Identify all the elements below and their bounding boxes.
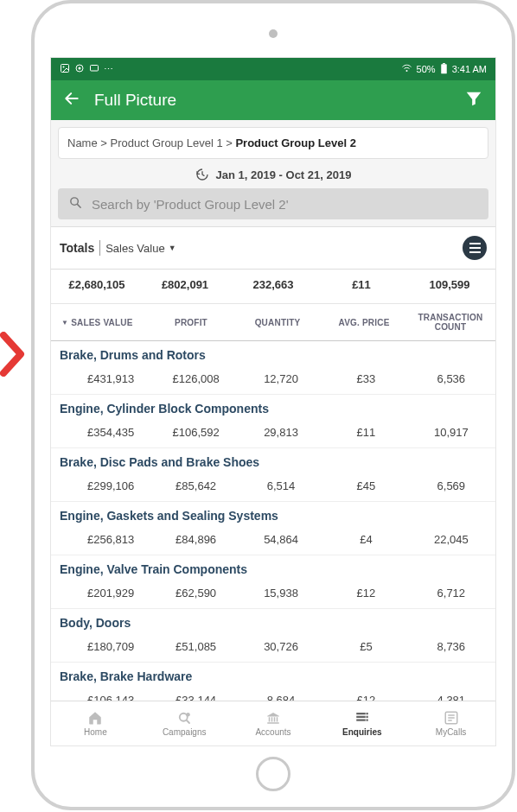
cell-quantity: 15,938 [239,587,323,599]
svg-rect-13 [274,717,276,721]
date-range[interactable]: Jan 1, 2019 - Oct 21, 2019 [51,162,495,188]
svg-point-8 [71,198,79,206]
svg-point-5 [405,70,407,72]
search-icon [68,195,83,213]
cell-quantity: 8,684 [239,694,323,701]
sort-select[interactable]: Sales Value ▼ [105,242,176,255]
cell-avg_price: £4 [323,533,408,546]
cell-sales_value: £106,143 [53,694,153,701]
cell-sales_value: £354,435 [53,426,153,439]
header-sales-value[interactable]: ▼ SALES VALUE [53,313,148,332]
totals-values-row: £2,680,105 £802,091 232,663 £11 109,599 [51,270,495,303]
cell-sales_value: £299,106 [53,479,153,492]
breadcrumb[interactable]: Name > Product Group Level 1 > Product G… [58,127,488,159]
svg-point-10 [186,713,190,717]
cell-profit: £51,085 [153,640,238,653]
nav-home[interactable]: Home [51,701,140,745]
cast-icon [89,63,99,75]
cell-quantity: 6,514 [239,479,323,492]
table-row[interactable]: £106,143£33,1448,684£124,381 [51,687,495,701]
cell-avg_price: £5 [323,640,408,653]
date-range-text: Jan 1, 2019 - Oct 21, 2019 [216,168,352,181]
nav-enquiries[interactable]: Enquiries [317,701,406,745]
home-button-hw[interactable] [256,757,290,791]
app-bar: Full Picture [51,80,495,120]
cell-quantity: 30,726 [239,640,323,653]
wifi-icon [401,63,412,75]
total-profit: £802,091 [141,278,229,291]
svg-rect-17 [356,716,366,718]
table-row[interactable]: £431,913£126,00812,720£336,536 [51,365,495,395]
cell-sales_value: £256,813 [53,533,153,546]
header-avg-price[interactable]: AVG. PRICE [321,313,407,332]
camera-icon [269,29,278,38]
history-icon [195,168,209,181]
cell-avg_price: £12 [323,587,408,599]
tablet-frame: ⋯ 50% 3:41 AM Full Picture [31,0,515,810]
column-headers: ▼ SALES VALUE PROFIT QUANTITY AVG. PRICE… [51,303,495,341]
header-txn-count[interactable]: TRANSACTION COUNT [407,313,494,332]
breadcrumb-sep2: > [226,136,233,149]
cell-profit: £85,642 [153,479,238,492]
table-row[interactable]: £256,813£84,89654,864£422,045 [51,526,495,555]
total-avg-price: £11 [317,278,405,291]
cell-quantity: 29,813 [239,426,323,439]
status-bar: ⋯ 50% 3:41 AM [51,58,495,80]
group-label[interactable]: Engine, Gaskets and Sealing Systems [51,502,495,526]
table-row[interactable]: £201,929£62,59015,938£126,712 [51,580,495,609]
table-row[interactable]: £180,709£51,08530,726£58,736 [51,633,495,663]
group-label[interactable]: Brake, Disc Pads and Brake Shoes [51,448,495,473]
cell-txn_count: 8,736 [409,640,494,653]
svg-point-1 [63,67,65,68]
filter-icon[interactable] [464,89,483,111]
svg-rect-12 [271,717,273,721]
header-profit[interactable]: PROFIT [148,313,234,332]
search-input[interactable] [92,197,478,212]
cell-avg_price: £11 [323,426,408,439]
group-label[interactable]: Body, Doors [51,609,495,633]
breadcrumb-part3: Product Group Level 2 [235,136,355,149]
nav-mycalls-label: MyCalls [436,727,467,737]
cell-profit: £106,592 [153,426,238,439]
breadcrumb-part1: Name [67,136,98,149]
group-label[interactable]: Brake, Brake Hardware [51,663,495,687]
cell-profit: £62,590 [153,587,238,599]
table-row[interactable]: £299,106£85,6426,514£456,569 [51,473,495,502]
back-button[interactable] [63,90,80,111]
svg-rect-4 [91,66,99,72]
svg-rect-18 [356,720,366,721]
cell-txn_count: 6,569 [409,479,494,492]
breadcrumb-part2: Product Group Level 1 [111,136,223,149]
sort-down-icon: ▼ [61,319,68,327]
breadcrumb-sep: > [100,136,107,149]
image-icon [60,63,70,75]
bottom-nav: Home Campaigns Accounts Enquiries MyCall… [51,701,495,745]
totals-bar: Totals Sales Value ▼ [51,226,495,270]
cell-avg_price: £33 [323,372,408,385]
nav-mycalls[interactable]: MyCalls [406,701,495,745]
svg-rect-0 [61,65,69,73]
nav-accounts[interactable]: Accounts [229,701,318,745]
nav-accounts-label: Accounts [255,727,290,737]
data-rows[interactable]: Brake, Drums and Rotors£431,913£126,0081… [51,341,495,701]
battery-icon [440,63,448,76]
table-row[interactable]: £354,435£106,59229,813£1110,917 [51,419,495,448]
cell-avg_price: £45 [323,479,408,492]
cell-txn_count: 4,381 [409,694,494,701]
svg-rect-7 [443,63,445,64]
svg-rect-15 [267,722,279,724]
group-label[interactable]: Engine, Valve Train Components [51,555,495,580]
total-quantity: 232,663 [229,278,317,291]
menu-button[interactable] [463,236,487,260]
nav-campaigns[interactable]: Campaigns [140,701,229,745]
nav-home-label: Home [84,727,107,737]
group-label[interactable]: Brake, Drums and Rotors [51,341,495,365]
cell-profit: £126,008 [153,372,238,385]
clock-time: 3:41 AM [452,64,487,74]
cell-sales_value: £431,913 [53,372,153,385]
group-label[interactable]: Engine, Cylinder Block Components [51,395,495,419]
pointer-chevron-icon [0,332,31,380]
search-row[interactable] [58,188,488,219]
header-quantity[interactable]: QUANTITY [234,313,321,332]
cell-profit: £33,144 [153,694,238,701]
